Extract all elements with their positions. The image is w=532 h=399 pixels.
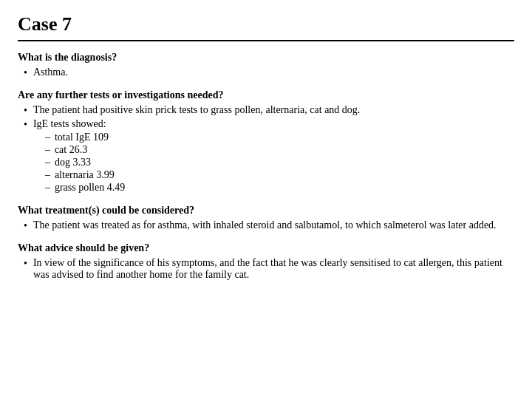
- treatment-list: • The patient was treated as for asthma,…: [18, 219, 514, 232]
- section-advice: What advice should be given? • In view o…: [18, 242, 514, 281]
- dash-icon: –: [45, 132, 50, 143]
- section-treatment: What treatment(s) could be considered? •…: [18, 205, 514, 232]
- section-further-tests: Are any further tests or investigations …: [18, 89, 514, 194]
- bullet-icon: •: [24, 67, 27, 79]
- list-item: – dog 3.33: [45, 157, 514, 168]
- diagnosis-heading: What is the diagnosis?: [18, 52, 514, 64]
- bullet-icon: •: [24, 119, 27, 131]
- page-title: Case 7: [18, 13, 514, 41]
- advice-heading: What advice should be given?: [18, 242, 514, 254]
- list-item: • IgE tests showed: – total IgE 109 – ca…: [24, 118, 514, 194]
- dash-icon: –: [45, 169, 50, 181]
- list-item: • The patient was treated as for asthma,…: [24, 219, 514, 232]
- list-item: – cat 26.3: [45, 144, 514, 156]
- diagnosis-text: Asthma.: [33, 66, 514, 78]
- dash-icon: –: [45, 157, 50, 168]
- ige-item-3: alternaria 3.99: [55, 169, 514, 181]
- further-tests-heading: Are any further tests or investigations …: [18, 89, 514, 101]
- dash-icon: –: [45, 182, 50, 194]
- further-tests-list: • The patient had positive skin prick te…: [18, 104, 514, 194]
- section-diagnosis: What is the diagnosis? • Asthma.: [18, 52, 514, 79]
- ige-item-0: total IgE 109: [55, 132, 514, 143]
- bullet-icon: •: [24, 105, 27, 117]
- treatment-text: The patient was treated as for asthma, w…: [33, 219, 514, 231]
- list-item: – alternaria 3.99: [45, 169, 514, 181]
- list-item: – total IgE 109: [45, 132, 514, 143]
- ige-intro-text: IgE tests showed:: [33, 118, 106, 129]
- ige-item-2: dog 3.33: [55, 157, 514, 168]
- ige-item-1: cat 26.3: [55, 144, 514, 156]
- treatment-heading: What treatment(s) could be considered?: [18, 205, 514, 216]
- list-item: – grass pollen 4.49: [45, 182, 514, 194]
- ige-block: IgE tests showed: – total IgE 109 – cat …: [33, 118, 514, 194]
- skin-prick-text: The patient had positive skin prick test…: [33, 104, 514, 116]
- bullet-icon: •: [24, 258, 27, 270]
- diagnosis-list: • Asthma.: [18, 66, 514, 79]
- list-item: • The patient had positive skin prick te…: [24, 104, 514, 117]
- ige-item-4: grass pollen 4.49: [55, 182, 514, 194]
- advice-text: In view of the significance of his sympt…: [33, 257, 514, 281]
- list-item: • Asthma.: [24, 66, 514, 79]
- bullet-icon: •: [24, 220, 27, 232]
- dash-icon: –: [45, 144, 50, 156]
- advice-list: • In view of the significance of his sym…: [18, 257, 514, 281]
- page-container: Case 7 What is the diagnosis? • Asthma. …: [0, 0, 532, 399]
- list-item: • In view of the significance of his sym…: [24, 257, 514, 281]
- ige-sub-list: – total IgE 109 – cat 26.3 – dog 3.33: [33, 132, 514, 194]
